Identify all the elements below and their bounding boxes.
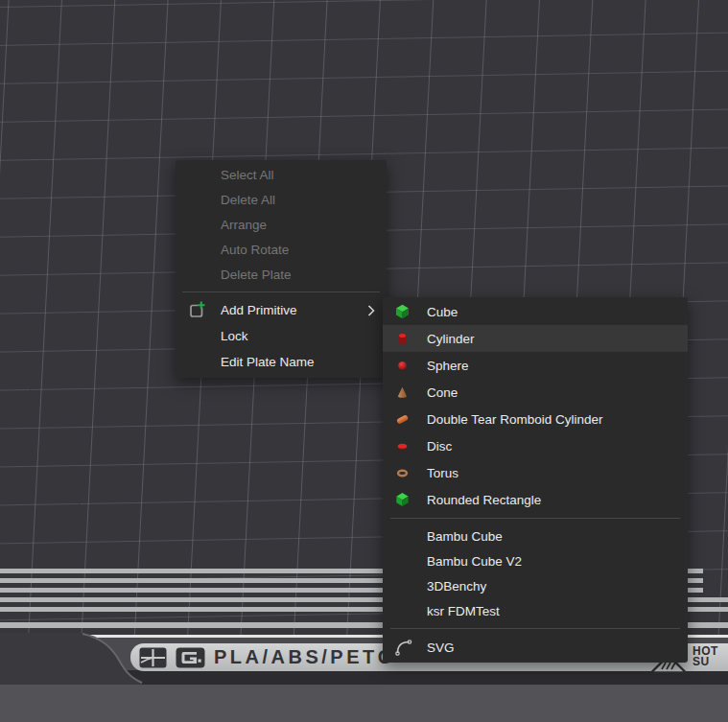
hot-surface-label: HOT SU	[693, 646, 718, 667]
add-primitive-submenu: Cube Cylinder Sphere	[383, 297, 688, 663]
context-menu-item-arrange[interactable]: Arrange	[176, 212, 387, 237]
menu-separator	[390, 628, 680, 629]
plate-corner-wedge	[0, 633, 153, 690]
menu-separator	[182, 291, 380, 292]
context-menu-item-auto-rotate[interactable]: Auto Rotate	[176, 237, 387, 262]
torus-icon	[394, 465, 411, 481]
submenu-item-torus[interactable]: Torus	[383, 459, 688, 486]
submenu-item-double-tear-romboid-cylinder[interactable]: Double Tear Romboid Cylinder	[383, 406, 688, 432]
submenu-item-rounded-rectangle[interactable]: Rounded Rectangle	[383, 486, 688, 513]
menu-separator	[390, 518, 680, 519]
disc-icon	[394, 438, 411, 454]
submenu-item-bambu-cube-v2[interactable]: Bambu Cube V2	[383, 548, 688, 573]
sphere-icon	[394, 358, 411, 374]
submenu-item-sphere[interactable]: Sphere	[383, 352, 688, 379]
context-menu: Select All Delete All Arrange Auto Rotat…	[176, 160, 387, 378]
cone-icon	[394, 384, 411, 401]
hot-surface-label-line2: SU	[693, 657, 718, 667]
add-primitive-icon	[186, 300, 207, 321]
submenu-item-svg[interactable]: SVG	[383, 634, 688, 661]
bezier-curve-icon	[394, 638, 413, 657]
plate-front-shadow	[123, 670, 728, 685]
plate-material-label: PLA/ABS/PETG	[214, 646, 396, 668]
context-menu-item-lock[interactable]: Lock	[176, 323, 387, 349]
rounded-rectangle-icon	[394, 492, 411, 508]
slicer-viewport[interactable]: PLA/ABS/PETG HOT SU Select All Delete Al…	[0, 0, 728, 722]
submenu-item-disc[interactable]: Disc	[383, 432, 688, 459]
context-menu-item-edit-plate-name[interactable]: Edit Plate Name	[176, 349, 387, 375]
submenu-item-cube[interactable]: Cube	[383, 298, 688, 325]
cube-icon	[394, 304, 411, 320]
submenu-item-ksr-fdmtest[interactable]: ksr FDMTest	[383, 598, 688, 623]
context-menu-item-add-primitive[interactable]: Add Primitive	[176, 297, 387, 323]
chevron-right-icon	[367, 304, 375, 316]
submenu-item-cylinder[interactable]: Cylinder	[383, 325, 688, 352]
submenu-item-3dbenchy[interactable]: 3DBenchy	[383, 573, 688, 598]
double-tear-romboid-cylinder-icon	[394, 411, 411, 428]
context-menu-item-delete-plate[interactable]: Delete Plate	[176, 262, 387, 287]
submenu-item-cone[interactable]: Cone	[383, 379, 688, 406]
g-badge-icon	[176, 647, 205, 668]
cylinder-icon	[394, 331, 411, 347]
context-menu-item-delete-all[interactable]: Delete All	[176, 187, 387, 212]
submenu-item-bambu-cube[interactable]: Bambu Cube	[383, 524, 688, 548]
context-menu-item-select-all[interactable]: Select All	[176, 162, 387, 187]
